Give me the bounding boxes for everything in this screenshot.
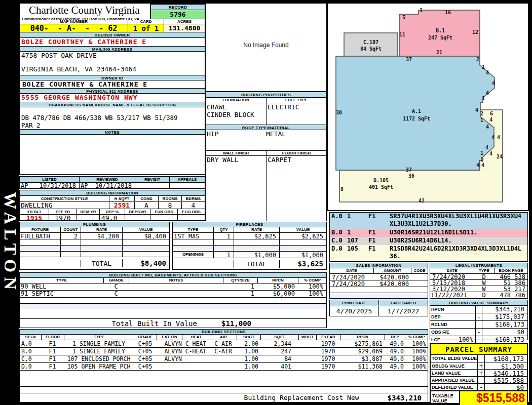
built-ins-header: TYPE GRADE NOTES QTY/SIZE RPCN % COMP: [20, 278, 326, 283]
bs-sec: C.0: [20, 355, 41, 362]
fp-value-label: VALUE: [279, 227, 326, 232]
notes-label: NOTES: [20, 129, 205, 135]
bs-sec: B.0: [20, 348, 41, 355]
taxable-value: $515,588: [459, 391, 527, 405]
bs-grade: C+05: [134, 340, 157, 347]
bs-sqft: 2,344: [260, 340, 298, 347]
legal-bookpage: 51 386: [494, 280, 527, 286]
ps-value: $346,115: [484, 370, 527, 376]
vs-value: $168,173: [482, 336, 527, 343]
sale-date: 7/24/2020: [330, 274, 370, 280]
ps-value: $1,300: [484, 362, 527, 369]
sketch-dim: 4: [475, 107, 478, 113]
bs-air: C-AIR: [210, 340, 237, 347]
vs-value: $0: [482, 329, 527, 336]
empty-area: [20, 370, 428, 386]
empty-area: [20, 309, 326, 318]
sketch-label-b1: B.1: [436, 28, 445, 33]
finish-values: DRY WALL CARPET: [206, 155, 326, 221]
sales-date-label: DATE: [330, 268, 373, 273]
bs-rpcn: $29,069: [340, 348, 385, 355]
bi-qty: 1: [223, 291, 257, 297]
legal-title: LEGAL INSTRUMENTS: [430, 263, 527, 268]
bs-air: C-AIR: [210, 348, 237, 355]
bi-rpcn: $6,000: [257, 291, 298, 297]
empty-row: [330, 287, 428, 293]
bs-h-rpcn: RPCN: [340, 335, 385, 340]
value-label: VALUE: [122, 227, 169, 232]
sketch-sqft-c107: 84 SqFt: [360, 46, 382, 52]
vs-label: DEP: [430, 313, 475, 320]
code-sec: A.0: [330, 213, 347, 229]
sales-row: 7/24/2020 $420,000: [330, 273, 428, 280]
fuel-type-label: FUEL TYPE: [266, 98, 326, 103]
plumbing-panel: PLUMBING FIXTURE COUNT RATE VALUE FULLBA…: [19, 222, 170, 270]
funobs-label: FUN OBS: [150, 209, 177, 214]
bi-notes: [129, 291, 223, 297]
sketch-dim: 16: [445, 10, 451, 15]
bs-shgt: 1.00: [237, 355, 260, 362]
bs-comp: 100%: [405, 355, 428, 362]
sketch-code-row: C.0 107 F1 U30R2SU6R14D6L14.: [330, 237, 527, 245]
bs-comp: 100%: [405, 348, 428, 355]
reviewed-code: AP: [81, 183, 88, 189]
reviewed-value: AP 10/31/2018: [79, 183, 135, 189]
sketch-dim: 36: [408, 173, 414, 179]
bs-floor: F1: [41, 340, 64, 347]
legal-row: 5/15/2018 W 51 386: [430, 279, 527, 286]
revisit-label: REVISIT: [135, 177, 169, 182]
built-ins-row: 90 WELL C 1 $5,000 100%: [20, 283, 326, 290]
vs-label: RCLND: [430, 321, 475, 328]
fireplaces-total-label: TOTAL: [234, 260, 279, 268]
fireplaces-header: TYPE QTY RATE VALUE: [173, 227, 326, 232]
parcel-summary-panel: PARCEL SUMMARY TOTAL BLDG VALUE $168,173…: [430, 343, 528, 404]
openings-qty: 1: [213, 252, 234, 258]
bs-whgt: [298, 340, 316, 347]
bs-rpcn: $3,887: [340, 355, 385, 362]
building-sections-header: SEC# FLOOR TYPE GRADE EXT FIN HEAT AIR S…: [20, 335, 428, 340]
count-value: 2: [60, 233, 81, 239]
built-ins-total-value: $11,000: [221, 319, 251, 328]
bs-h-whgt: WHGT: [298, 335, 316, 340]
vs-label: RPCN: [430, 306, 475, 313]
sketch-dim: 4: [489, 117, 492, 123]
owner-id: BOLZE COURTNEY & CATHERINE E: [20, 80, 205, 88]
bs-h-extfin: EXT FIN: [157, 335, 182, 340]
depovr-label: DEPOVR: [125, 209, 150, 214]
bs-type: 1 SINGLE FAMILY: [64, 348, 134, 355]
code-floor: F1: [368, 245, 390, 261]
owner-panel: DEEDED OWNER BOLZE COURTNEY & CATHERINE …: [19, 32, 205, 175]
bs-heat: [182, 363, 210, 370]
sketch-dim: 1: [480, 157, 483, 163]
bi-comp-label: % COMP: [298, 278, 326, 283]
record-box: RECORD 5796: [150, 4, 205, 19]
style-value-row: DWELLING 2591 A 8 4: [20, 201, 205, 209]
parcel-summary-title: PARCEL SUMMARY: [431, 344, 527, 355]
vs-label: LCF: [430, 336, 440, 343]
sketch-dim: 6: [490, 111, 493, 116]
sketch-dim: 8: [340, 186, 344, 192]
legal-bookpage-label: BOOK PAGE: [494, 268, 527, 273]
bs-h-shgt: SHGT: [237, 335, 260, 340]
legal-date: 5/15/2018: [430, 280, 474, 286]
depovr-value: [125, 215, 150, 221]
building-info-title: BUILDING INFORMATION: [20, 190, 205, 196]
sketch-dim: 12: [472, 29, 478, 35]
bs-sec: D.0: [20, 363, 41, 370]
vs-value: $343,210: [482, 306, 527, 313]
bi-rpcn: $5,000: [257, 284, 298, 290]
vs-op: -: [475, 313, 482, 320]
bs-air: [210, 363, 237, 370]
ps-op: [477, 355, 484, 362]
sketch-dim: 37: [406, 167, 412, 173]
vs-pct: 100%: [459, 336, 475, 343]
ps-row: APPRAISED VALUE $515,588: [431, 376, 527, 383]
sale-amount: $420,000: [370, 280, 409, 287]
bs-eyear: 1970: [316, 363, 340, 370]
legal-type-label: TYPE: [474, 268, 494, 273]
legal-type: D: [474, 292, 494, 298]
sketch-dim: 4: [497, 135, 500, 140]
legal-row: 11/22/2021 D 478 786: [430, 292, 527, 298]
built-ins-total-label: Total Built In Value: [111, 319, 197, 328]
sketch-dim: 21: [436, 50, 442, 55]
